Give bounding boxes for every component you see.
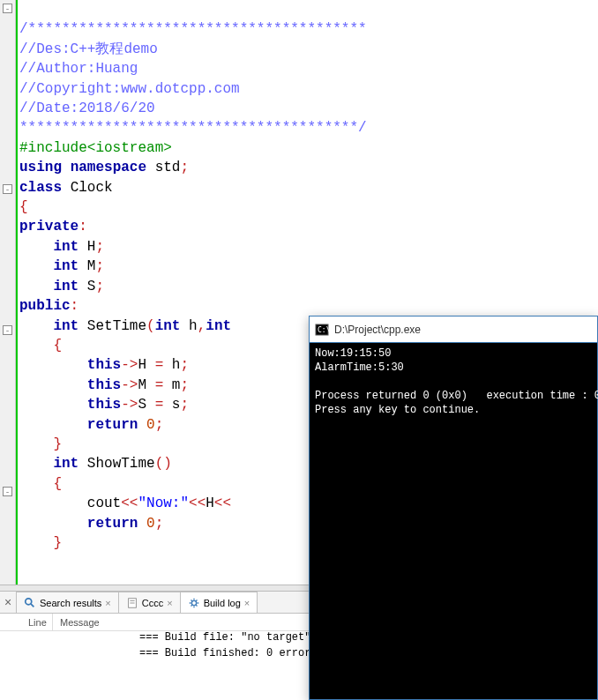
search-icon: [24, 597, 36, 609]
comment: //Date:2018/6/20: [19, 101, 155, 116]
gear-icon: [188, 597, 200, 609]
console-title: D:\Project\cpp.exe: [334, 324, 421, 336]
identifier: S: [87, 279, 96, 294]
keyword: namespace: [71, 160, 146, 175]
identifier: cout: [87, 495, 121, 511]
keyword: int: [53, 456, 78, 472]
comment: ****************************************…: [19, 120, 367, 136]
file-icon: [126, 597, 138, 609]
col-line[interactable]: Line: [0, 614, 53, 630]
tab-close-icon[interactable]: ×: [244, 598, 250, 608]
number: 0: [146, 417, 155, 433]
svg-point-5: [191, 600, 196, 605]
tab-build-log[interactable]: Build log ×: [180, 592, 258, 613]
svg-text:C:\: C:\: [318, 326, 329, 334]
close-panel-icon[interactable]: ×: [0, 592, 16, 614]
param: h: [189, 318, 198, 334]
fold-toggle[interactable]: -: [3, 4, 12, 13]
keyword: int: [53, 239, 78, 255]
keyword: int: [206, 318, 231, 334]
keyword: public: [19, 298, 71, 314]
console-line: Process returned 0 (0x0) execution time …: [315, 390, 598, 402]
console-window[interactable]: C:\ D:\Project\cpp.exe Now:19:15:50 Alar…: [309, 316, 598, 700]
svg-point-0: [26, 598, 32, 604]
keyword: this: [87, 397, 121, 413]
keyword: int: [53, 258, 78, 274]
comment: //Author:Huang: [19, 61, 138, 77]
console-line: Now:19:15:50: [315, 347, 391, 360]
number: 0: [146, 516, 155, 532]
keyword: class: [19, 180, 62, 196]
keyword: int: [53, 318, 78, 334]
string: "Now:": [138, 495, 189, 511]
method: SetTime: [87, 318, 146, 334]
keyword: int: [155, 318, 181, 334]
comment: //Copyright:www.dotcpp.com: [19, 81, 240, 97]
console-line: Press any key to continue.: [315, 404, 480, 416]
fold-toggle[interactable]: -: [3, 325, 12, 335]
preprocessor: #include: [19, 140, 87, 156]
keyword: int: [53, 279, 78, 294]
keyword: return: [87, 516, 138, 532]
keyword: using: [19, 160, 62, 175]
tab-close-icon[interactable]: ×: [105, 598, 110, 608]
tab-search-results[interactable]: Search results ×: [16, 592, 119, 613]
method: ShowTime: [87, 456, 155, 472]
keyword: private: [19, 219, 78, 235]
console-output[interactable]: Now:19:15:50 AlarmTime:5:30 Process retu…: [310, 343, 597, 421]
tab-label: Search results: [40, 598, 101, 608]
fold-gutter: - - - -: [0, 0, 16, 585]
fold-toggle[interactable]: -: [3, 184, 12, 194]
identifier: M: [87, 258, 96, 274]
console-titlebar[interactable]: C:\ D:\Project\cpp.exe: [310, 316, 597, 343]
keyword: return: [87, 417, 138, 433]
fold-toggle[interactable]: -: [3, 487, 12, 496]
keyword: this: [87, 357, 121, 373]
keyword: this: [87, 377, 121, 393]
include-header: <iostream>: [87, 140, 172, 156]
tab-cccc[interactable]: Cccc ×: [118, 592, 181, 613]
svg-line-1: [31, 603, 34, 607]
comment: /***************************************…: [19, 21, 367, 37]
tab-close-icon[interactable]: ×: [167, 598, 172, 608]
tab-label: Cccc: [142, 598, 163, 608]
class-name: Clock: [71, 180, 113, 196]
comment: //Des:C++教程demo: [19, 41, 158, 57]
col-message[interactable]: Message: [53, 614, 100, 630]
app-icon: C:\: [315, 323, 329, 337]
identifier: std: [155, 160, 181, 175]
identifier: H: [87, 239, 96, 255]
tab-label: Build log: [204, 598, 241, 608]
console-line: AlarmTime:5:30: [315, 361, 404, 374]
